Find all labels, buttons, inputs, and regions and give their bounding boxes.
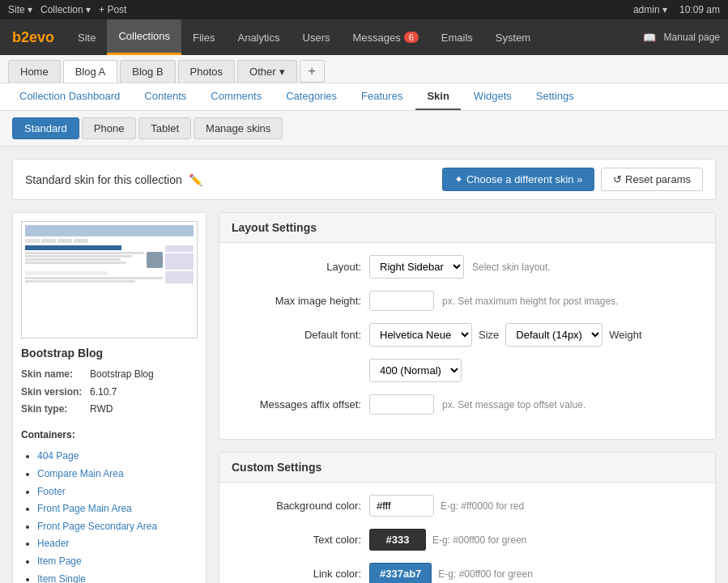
- choose-icon: ✦: [454, 173, 463, 185]
- reset-params-button[interactable]: ↺ Reset params: [601, 168, 703, 191]
- custom-settings-title: Custom Settings: [219, 453, 715, 483]
- mini-main: [25, 245, 163, 285]
- sub-nav: Collection Dashboard Contents Comments C…: [0, 83, 728, 111]
- skin-tab-manage[interactable]: Manage skins: [194, 117, 283, 139]
- link-color-row: Link color: #337ab7 E-g: #00ff00 for gre…: [232, 563, 703, 583]
- text-color-swatch: #333: [369, 529, 426, 551]
- container-link[interactable]: Front Page Main Area: [37, 503, 132, 514]
- subnav-contents[interactable]: Contents: [133, 83, 198, 110]
- left-panel: Bootstrap Blog Skin name: Bootstrap Blog…: [12, 212, 206, 583]
- default-font-row: Default font: Helvetica Neue Arial Georg…: [232, 323, 703, 347]
- container-link[interactable]: Header: [37, 538, 69, 549]
- bg-color-label: Background color:: [232, 500, 361, 512]
- layout-label: Layout:: [232, 261, 361, 273]
- skin-header-buttons: ✦ Choose a different skin » ↺ Reset para…: [442, 168, 703, 191]
- container-link[interactable]: Footer: [37, 486, 66, 497]
- containers-label: Containers:: [21, 427, 198, 445]
- skin-type-value: RWD: [90, 401, 113, 419]
- collection-menu[interactable]: Collection ▾: [40, 4, 91, 15]
- text-color-input-row: #333 E-g: #00ff00 for green: [369, 529, 527, 551]
- subnav-skin[interactable]: Skin: [415, 83, 460, 110]
- font-row: Helvetica Neue Arial Georgia Size Defaul…: [369, 323, 642, 347]
- tab-photos[interactable]: Photos: [178, 60, 235, 83]
- skin-preview-image: [21, 221, 198, 338]
- containers-list: 404 Page Compare Main Area Footer Front …: [21, 448, 198, 583]
- link-color-input-row: #337ab7 E-g: #00ff00 for green: [369, 563, 533, 583]
- post-menu[interactable]: + Post: [99, 4, 126, 15]
- font-select[interactable]: Helvetica Neue Arial Georgia: [369, 323, 472, 347]
- link-color-swatch: #337ab7: [369, 563, 432, 583]
- current-time: 10:09 am: [679, 4, 720, 15]
- subnav-widgets[interactable]: Widgets: [462, 83, 523, 110]
- bg-color-hint: E-g: #ff0000 for red: [441, 500, 524, 512]
- right-panel: Layout Settings Layout: Right Sidebar Le…: [219, 212, 716, 583]
- skin-type-row: Skin type: RWD: [21, 401, 198, 419]
- tab-blog-a[interactable]: Blog A: [63, 60, 118, 83]
- bg-color-input-row: E-g: #ff0000 for red: [369, 495, 524, 517]
- mini-avatar: [147, 252, 163, 268]
- top-bar-left: Site ▾ Collection ▾ + Post: [8, 4, 126, 15]
- tab-add-button[interactable]: +: [300, 60, 325, 83]
- mini-sidebar: [165, 245, 194, 285]
- font-weight-row: 400 (Normal) 300 (Light) 700 (Bold): [232, 359, 703, 382]
- size-label: Size: [479, 329, 499, 341]
- text-color-label: Text color:: [232, 534, 361, 546]
- container-link[interactable]: Front Page Secondary Area: [37, 521, 157, 532]
- nav-emails[interactable]: Emails: [430, 19, 484, 55]
- list-item: Front Page Main Area: [37, 500, 198, 518]
- subnav-comments[interactable]: Comments: [199, 83, 273, 110]
- nav-files[interactable]: Files: [181, 19, 226, 55]
- site-menu[interactable]: Site ▾: [8, 4, 32, 15]
- messages-badge: 6: [404, 32, 419, 43]
- nav-system[interactable]: System: [484, 19, 542, 55]
- other-chevron: ▾: [279, 66, 285, 78]
- skin-tab-standard[interactable]: Standard: [12, 117, 79, 139]
- subnav-features[interactable]: Features: [350, 83, 414, 110]
- nav-messages[interactable]: Messages 6: [341, 19, 429, 55]
- subnav-dashboard[interactable]: Collection Dashboard: [8, 83, 131, 110]
- tab-blog-b[interactable]: Blog B: [120, 60, 175, 83]
- messages-offset-row: Messages affix offset: px. Set message t…: [232, 394, 703, 415]
- font-weight-select[interactable]: 400 (Normal) 300 (Light) 700 (Bold): [369, 359, 462, 382]
- skin-version-row: Skin version: 6.10.7: [21, 384, 198, 402]
- tab-other[interactable]: Other ▾: [237, 60, 297, 83]
- max-image-height-hint: px. Set maximum height for post images.: [442, 296, 618, 307]
- skin-tabs: Standard Phone Tablet Manage skins: [0, 111, 728, 147]
- skin-name-row: Skin name: Bootstrap Blog: [21, 366, 198, 384]
- list-item: Item Single: [37, 571, 198, 583]
- mini-body: [25, 245, 194, 285]
- skin-name-value: Bootstrap Blog: [90, 366, 154, 384]
- choose-skin-button[interactable]: ✦ Choose a different skin »: [442, 168, 594, 191]
- font-size-select[interactable]: Default (14px) 12px 13px 15px: [505, 323, 602, 347]
- layout-select[interactable]: Right Sidebar Left Sidebar No Sidebar: [369, 255, 464, 279]
- nav-site[interactable]: Site: [66, 19, 107, 55]
- container-link[interactable]: Item Single: [37, 573, 86, 583]
- container-link[interactable]: Compare Main Area: [37, 468, 124, 479]
- manual-page-icon: 📖: [643, 32, 656, 44]
- subnav-settings[interactable]: Settings: [525, 83, 585, 110]
- subnav-categories[interactable]: Categories: [275, 83, 348, 110]
- tab-home[interactable]: Home: [8, 60, 61, 83]
- text-color-hint: E-g: #00ff00 for green: [432, 534, 527, 546]
- manual-page-link[interactable]: Manual page: [664, 32, 720, 43]
- messages-offset-input[interactable]: [369, 394, 434, 415]
- list-item: Header: [37, 535, 198, 553]
- skin-tab-tablet[interactable]: Tablet: [138, 117, 191, 139]
- skin-info: Skin name: Bootstrap Blog Skin version: …: [21, 366, 198, 583]
- skin-tab-phone[interactable]: Phone: [82, 117, 137, 139]
- admin-menu[interactable]: admin ▾: [633, 4, 667, 15]
- max-image-height-label: Max image height:: [232, 295, 361, 307]
- bg-color-input[interactable]: [369, 495, 434, 517]
- layout-settings-section: Layout Settings Layout: Right Sidebar Le…: [219, 212, 716, 440]
- logo: b2evo: [8, 29, 66, 46]
- skin-header-title: Standard skin for this collection ✏️: [25, 173, 202, 186]
- nav-users[interactable]: Users: [292, 19, 342, 55]
- messages-offset-hint: px. Set message top offset value.: [442, 399, 585, 411]
- nav-analytics[interactable]: Analytics: [226, 19, 291, 55]
- max-image-height-input[interactable]: [369, 291, 434, 311]
- skin-preview: Bootstrap Blog Skin name: Bootstrap Blog…: [12, 212, 206, 583]
- container-link[interactable]: 404 Page: [37, 450, 79, 462]
- nav-collections[interactable]: Collections: [107, 19, 181, 55]
- container-link[interactable]: Item Page: [37, 555, 82, 567]
- custom-settings-section: Custom Settings Background color: E-g: #…: [219, 452, 716, 583]
